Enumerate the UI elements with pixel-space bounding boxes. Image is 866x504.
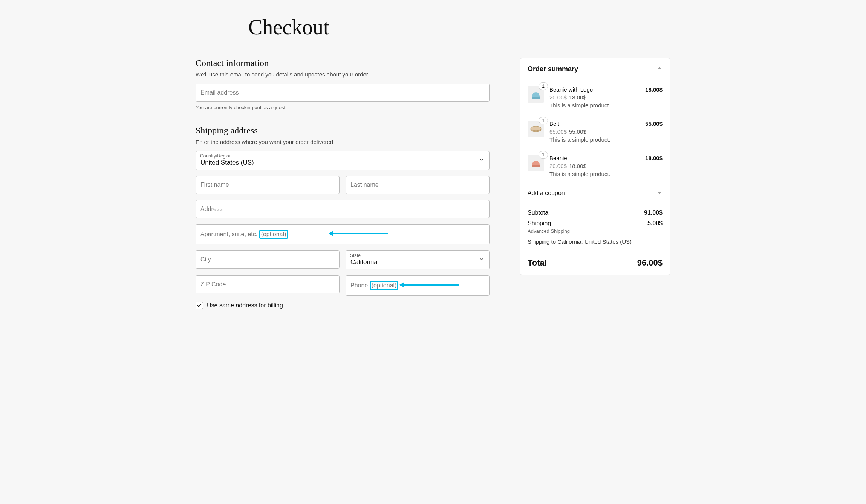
summary-toggle[interactable]: Order summary [520, 58, 670, 80]
shipping-desc: Enter the address where you want your or… [196, 139, 490, 145]
last-name-field[interactable] [346, 176, 490, 194]
page-title: Checkout [248, 15, 670, 39]
shipping-dest: Shipping to California, United States (U… [528, 238, 663, 245]
qty-badge: 1 [539, 117, 548, 124]
item-thumbnail: 1 [528, 155, 544, 171]
state-value: California [346, 250, 490, 269]
summary-title: Order summary [528, 65, 578, 73]
item-orig-price: 65.00$ [549, 128, 567, 135]
country-value: United States (US) [196, 151, 490, 170]
email-field[interactable] [196, 84, 490, 102]
item-name: Beanie [549, 155, 567, 161]
cart-item: 1 Beanie18.00$ 20.00$18.00$ This is a si… [520, 149, 670, 183]
country-label: Country/Region [200, 153, 231, 159]
qty-badge: 1 [539, 82, 548, 90]
item-orig-price: 20.00$ [549, 94, 567, 101]
item-desc: This is a simple product. [549, 171, 663, 177]
svg-rect-6 [532, 165, 540, 167]
state-label: State [350, 253, 361, 258]
item-sale-price: 55.00$ [569, 128, 586, 135]
shipping-note: Advanced Shipping [528, 228, 663, 234]
coupon-toggle[interactable]: Add a coupon [520, 183, 670, 203]
shipping-label: Shipping [528, 220, 551, 227]
subtotal-label: Subtotal [528, 209, 550, 216]
svg-point-4 [531, 126, 541, 131]
annotation-optional-phone: (optional) [370, 281, 399, 290]
coupon-label: Add a coupon [528, 190, 565, 197]
guest-note: You are currently checking out as a gues… [196, 105, 490, 110]
cart-item: 1 Beanie with Logo18.00$ 20.00$18.00$ Th… [520, 80, 670, 115]
item-sale-price: 18.00$ [569, 94, 586, 101]
state-select[interactable]: State California [346, 250, 490, 269]
apt-field[interactable]: Apartment, suite, etc. (optional) [196, 224, 490, 244]
item-line-total: 55.00$ [645, 121, 663, 127]
contact-heading: Contact information [196, 58, 490, 68]
same-billing-label: Use same address for billing [207, 302, 283, 309]
qty-badge: 1 [539, 151, 548, 159]
order-summary: Order summary 1 Beanie with Logo18.00$ 2… [520, 58, 670, 275]
contact-section: Contact information We'll use this email… [196, 58, 490, 110]
item-thumbnail: 1 [528, 86, 544, 103]
item-line-total: 18.00$ [645, 155, 663, 161]
annotation-arrow [400, 284, 459, 286]
item-sale-price: 18.00$ [569, 163, 586, 169]
shipping-value: 5.00$ [647, 220, 663, 227]
item-line-total: 18.00$ [645, 86, 663, 93]
first-name-field[interactable] [196, 176, 340, 194]
total-value: 96.00$ [637, 258, 663, 268]
item-name: Belt [549, 121, 559, 127]
svg-rect-1 [532, 97, 540, 99]
annotation-optional-apt: (optional) [259, 230, 288, 239]
chevron-down-icon [656, 189, 663, 197]
address-field[interactable] [196, 200, 490, 218]
item-desc: This is a simple product. [549, 136, 663, 143]
subtotal-value: 91.00$ [644, 209, 663, 216]
checkout-form: Contact information We'll use this email… [196, 58, 490, 324]
country-select[interactable]: Country/Region United States (US) [196, 151, 490, 170]
city-field[interactable] [196, 250, 340, 269]
cart-item: 1 Belt55.00$ 65.00$55.00$ This is a simp… [520, 115, 670, 149]
shipping-heading: Shipping address [196, 125, 490, 136]
total-label: Total [528, 258, 547, 268]
item-desc: This is a simple product. [549, 102, 663, 108]
shipping-section: Shipping address Enter the address where… [196, 125, 490, 309]
contact-desc: We'll use this email to send you details… [196, 71, 490, 78]
annotation-arrow [329, 233, 388, 234]
same-billing-checkbox[interactable] [196, 302, 203, 309]
item-orig-price: 20.00$ [549, 163, 567, 169]
chevron-up-icon [656, 66, 663, 73]
item-thumbnail: 1 [528, 121, 544, 137]
check-icon [197, 303, 202, 308]
phone-field[interactable]: Phone (optional) [346, 275, 490, 296]
apt-field-wrap: Apartment, suite, etc. (optional) [196, 224, 490, 244]
item-name: Beanie with Logo [549, 86, 593, 93]
zip-field[interactable] [196, 275, 340, 293]
